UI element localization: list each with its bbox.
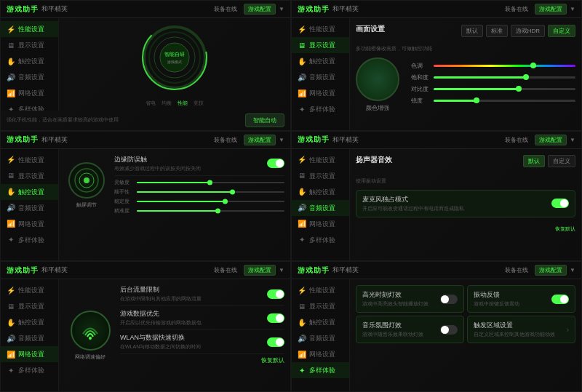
sidebar4-item3[interactable]: 🔊 音频设置 <box>292 200 349 216</box>
sidebar6-item0[interactable]: ⚡ 性能设置 <box>292 282 349 298</box>
music-light-toggle[interactable] <box>440 325 458 335</box>
badges1: 装备在线 游戏配置 ▼ <box>210 4 284 15</box>
sidebar5-item5[interactable]: ✦ 多样体验 <box>1 362 58 378</box>
slider-hue-track[interactable] <box>434 65 575 67</box>
slider-contrast-track[interactable] <box>434 88 575 90</box>
subtitle5: 和平精英 <box>41 265 68 275</box>
dropdown6[interactable]: ▼ <box>570 267 575 273</box>
tab-default[interactable]: 默认 <box>461 25 483 37</box>
hand-track[interactable] <box>137 191 284 193</box>
dropdown1[interactable]: ▼ <box>279 6 284 12</box>
disp-icon1: 🖥 <box>7 41 15 49</box>
tab-hdr[interactable]: 游戏HDR <box>511 25 545 37</box>
badge3-1: 装备在线 <box>210 135 241 145</box>
display-title: 画面设置 <box>356 24 385 34</box>
sensitivity-row: 灵敏度 <box>114 179 284 186</box>
highlight-light-toggle[interactable] <box>440 295 458 304</box>
tab-standard[interactable]: 标准 <box>486 25 508 37</box>
sidebar4: ⚡ 性能设置 🖥 显示设置 ✋ 触控设置 🔊 音频设置 📶 网络设置 ✦ 多样 <box>292 149 350 261</box>
sidebar6-item1[interactable]: 🖥 显示设置 <box>292 298 349 314</box>
sound-reset-link[interactable]: 恢复默认 <box>555 226 575 231</box>
si5-icon0: ⚡ <box>7 286 15 295</box>
sidebar1-item4[interactable]: 📶 网络设置 <box>1 85 58 101</box>
sidebar4-item1[interactable]: 🖥 显示设置 <box>292 168 349 184</box>
sidebar2-item5[interactable]: ✦ 多样体验 <box>292 101 349 117</box>
sidebar3-item2[interactable]: ✋ 触控设置 <box>1 184 58 200</box>
sidebar3-item1[interactable]: 🖥 显示设置 <box>1 168 58 184</box>
sidebar2-item1[interactable]: 🖥 显示设置 <box>292 37 349 53</box>
badges2: 装备在线 游戏配置 ▼ <box>501 4 575 15</box>
sidebar3-item3[interactable]: 🔊 音频设置 <box>1 200 58 216</box>
stab-track[interactable] <box>137 201 284 202</box>
sidebar5-item4[interactable]: 📶 网络设置 <box>1 346 58 362</box>
sidebar3-item5[interactable]: ✦ 多样体验 <box>1 232 58 248</box>
sidebar1-item0[interactable]: ⚡ 性能设置 <box>1 21 58 37</box>
net-traffic-toggle[interactable] <box>267 289 284 299</box>
slider-sat-label: 饱和度 <box>411 73 429 81</box>
net-priority-toggle[interactable] <box>267 313 284 323</box>
si4-icon1: 🖥 <box>298 172 306 180</box>
sidebar1-item3[interactable]: 🔊 音频设置 <box>1 69 58 85</box>
sidebar4-item5[interactable]: ✦ 多样体验 <box>292 232 349 248</box>
dropdown4[interactable]: ▼ <box>570 137 575 143</box>
sidebar5-item1[interactable]: 🖥 显示设置 <box>1 298 58 314</box>
sidebar6-item2[interactable]: ✋ 触控设置 <box>292 314 349 330</box>
prec-track[interactable] <box>137 210 284 212</box>
sidebar5-item0[interactable]: ⚡ 性能设置 <box>1 282 58 298</box>
net-settings: 后台流量限制 在游戏中限制向其他应用的网络流量 游戏数据优先 开启应以优先传输游… <box>120 285 284 385</box>
subtitle1: 和平精英 <box>41 4 68 14</box>
sidebar1-item2[interactable]: ✋ 触控设置 <box>1 53 58 69</box>
panel2-header: 游戏助手 和平精英 装备在线 游戏配置 ▼ <box>292 1 581 18</box>
sidebar3-item4[interactable]: 📶 网络设置 <box>1 216 58 232</box>
sound-tabs: 默认 自定义 <box>523 155 575 167</box>
sidebar4-item4[interactable]: 📶 网络设置 <box>292 216 349 232</box>
net-wlan-desc: 在WLAN与移动数据之间切换的时间 <box>120 343 267 351</box>
mic-desc: 开启应可能改变通话过程中有电话而造成隐私 <box>362 205 464 212</box>
dropdown2[interactable]: ▼ <box>570 6 575 12</box>
sidebar5-item2[interactable]: ✋ 触控设置 <box>1 314 58 330</box>
perf-icon: ⚡ <box>7 25 15 33</box>
net-wlan-toggle[interactable] <box>267 337 284 347</box>
sidebar6-item4[interactable]: 📶 网络设置 <box>292 346 349 362</box>
vib-toggle[interactable] <box>551 295 569 304</box>
sidebar2-item0[interactable]: ⚡ 性能设置 <box>292 21 349 37</box>
sidebar3-item0[interactable]: ⚡ 性能设置 <box>1 152 58 168</box>
touch-zone-setting[interactable]: 触发区域设置 自定义区域来控制其他游戏功能动效 › <box>467 316 575 343</box>
mic-toggle[interactable] <box>551 199 569 208</box>
panel-display: 游戏助手 和平精英 装备在线 游戏配置 ▼ ⚡ 性能设置 🖥 显示设置 ✋ 触控… <box>291 0 582 131</box>
sidebar4-item0[interactable]: ⚡ 性能设置 <box>292 152 349 168</box>
sidebar1-item1[interactable]: 🖥 显示设置 <box>1 37 58 53</box>
sidebar6-item3[interactable]: 🔊 音频设置 <box>292 330 349 346</box>
badge1-2: 游戏配置 <box>244 4 276 15</box>
sidebar2-item2[interactable]: ✋ 触控设置 <box>292 53 349 69</box>
highlight-light-header: 高光时刻灯效 游戏中高亮效头智能播放灯效 <box>362 290 458 308</box>
subtitle4: 和平精英 <box>332 135 359 145</box>
slider-sharp-track[interactable] <box>434 100 575 102</box>
multi-label1: 多样体验 <box>18 105 44 111</box>
perf-tags: 省电 均衡 性能 竞技 <box>146 100 204 107</box>
multi-left: 高光时刻灯效 游戏中高亮效头智能播放灯效 音乐氛围灯效 <box>356 285 464 385</box>
sound-tab-desc: 使用振动设置 <box>356 178 386 183</box>
smart-btn[interactable]: 智能自动 <box>245 113 284 127</box>
sidebar6-item5[interactable]: ✦ 多样体验 <box>292 362 349 378</box>
sidebar2-item3[interactable]: 🔊 音频设置 <box>292 69 349 85</box>
sidebar1-item5[interactable]: ✦ 多样体验 <box>1 101 58 111</box>
subtitle3: 和平精英 <box>41 135 68 145</box>
sound-tab-default[interactable]: 默认 <box>523 155 545 167</box>
badge5-1: 装备在线 <box>210 265 241 275</box>
net-reset-link[interactable]: 恢复默认 <box>120 357 284 364</box>
dropdown5[interactable]: ▼ <box>279 267 284 273</box>
sidebar2-item4[interactable]: 📶 网络设置 <box>292 85 349 101</box>
net-priority-name: 游戏数据优先 <box>120 309 267 319</box>
edge-toggle[interactable] <box>267 159 284 168</box>
sens-track[interactable] <box>137 182 284 183</box>
slider-sat-track[interactable] <box>434 76 575 79</box>
sidebar2: ⚡ 性能设置 🖥 显示设置 ✋ 触控设置 🔊 音频设置 📶 网络设置 ✦ 多样 <box>292 18 350 130</box>
sidebar4-item2[interactable]: ✋ 触控设置 <box>292 184 349 200</box>
sidebar5-item3[interactable]: 🔊 音频设置 <box>1 330 58 346</box>
tab-custom[interactable]: 自定义 <box>548 25 575 37</box>
dropdown3[interactable]: ▼ <box>279 137 284 143</box>
sound-tab-custom[interactable]: 自定义 <box>548 155 575 167</box>
svg-point-9 <box>84 177 89 183</box>
panel-touch: 游戏助手 和平精英 装备在线 游戏配置 ▼ ⚡ 性能设置 🖥 显示设置 ✋ 触控… <box>0 131 291 262</box>
